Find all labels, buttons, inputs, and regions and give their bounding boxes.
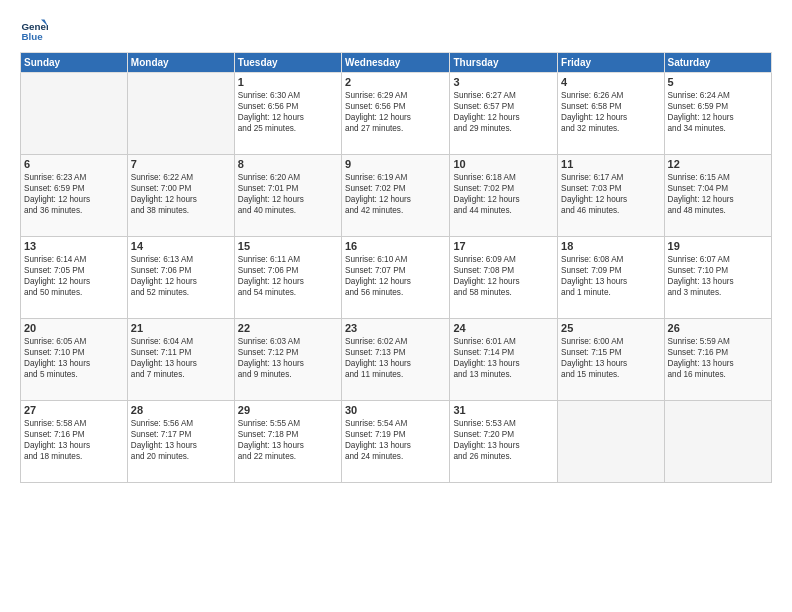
day-info: Sunrise: 6:05 AM Sunset: 7:10 PM Dayligh… — [24, 336, 124, 380]
day-number: 29 — [238, 404, 338, 416]
calendar-cell — [21, 73, 128, 155]
day-number: 1 — [238, 76, 338, 88]
calendar-cell: 21Sunrise: 6:04 AM Sunset: 7:11 PM Dayli… — [127, 319, 234, 401]
day-info: Sunrise: 6:02 AM Sunset: 7:13 PM Dayligh… — [345, 336, 447, 380]
calendar-cell: 27Sunrise: 5:58 AM Sunset: 7:16 PM Dayli… — [21, 401, 128, 483]
calendar-cell: 28Sunrise: 5:56 AM Sunset: 7:17 PM Dayli… — [127, 401, 234, 483]
calendar-cell: 6Sunrise: 6:23 AM Sunset: 6:59 PM Daylig… — [21, 155, 128, 237]
day-header-friday: Friday — [558, 53, 664, 73]
day-info: Sunrise: 6:24 AM Sunset: 6:59 PM Dayligh… — [668, 90, 768, 134]
day-info: Sunrise: 6:20 AM Sunset: 7:01 PM Dayligh… — [238, 172, 338, 216]
day-info: Sunrise: 6:19 AM Sunset: 7:02 PM Dayligh… — [345, 172, 447, 216]
day-number: 15 — [238, 240, 338, 252]
calendar-cell — [127, 73, 234, 155]
calendar-cell: 12Sunrise: 6:15 AM Sunset: 7:04 PM Dayli… — [664, 155, 771, 237]
day-info: Sunrise: 6:03 AM Sunset: 7:12 PM Dayligh… — [238, 336, 338, 380]
day-number: 23 — [345, 322, 447, 334]
day-number: 19 — [668, 240, 768, 252]
calendar-cell: 31Sunrise: 5:53 AM Sunset: 7:20 PM Dayli… — [450, 401, 558, 483]
calendar-cell: 7Sunrise: 6:22 AM Sunset: 7:00 PM Daylig… — [127, 155, 234, 237]
day-number: 18 — [561, 240, 660, 252]
day-info: Sunrise: 6:07 AM Sunset: 7:10 PM Dayligh… — [668, 254, 768, 298]
calendar-cell: 20Sunrise: 6:05 AM Sunset: 7:10 PM Dayli… — [21, 319, 128, 401]
calendar-cell: 2Sunrise: 6:29 AM Sunset: 6:56 PM Daylig… — [341, 73, 450, 155]
page: General Blue SundayMondayTuesdayWednesda… — [0, 0, 792, 612]
calendar-cell: 25Sunrise: 6:00 AM Sunset: 7:15 PM Dayli… — [558, 319, 664, 401]
day-number: 6 — [24, 158, 124, 170]
day-info: Sunrise: 5:59 AM Sunset: 7:16 PM Dayligh… — [668, 336, 768, 380]
calendar-cell: 17Sunrise: 6:09 AM Sunset: 7:08 PM Dayli… — [450, 237, 558, 319]
day-info: Sunrise: 5:53 AM Sunset: 7:20 PM Dayligh… — [453, 418, 554, 462]
day-number: 22 — [238, 322, 338, 334]
calendar-cell: 3Sunrise: 6:27 AM Sunset: 6:57 PM Daylig… — [450, 73, 558, 155]
day-number: 3 — [453, 76, 554, 88]
day-info: Sunrise: 6:23 AM Sunset: 6:59 PM Dayligh… — [24, 172, 124, 216]
calendar-cell: 8Sunrise: 6:20 AM Sunset: 7:01 PM Daylig… — [234, 155, 341, 237]
calendar-week-3: 13Sunrise: 6:14 AM Sunset: 7:05 PM Dayli… — [21, 237, 772, 319]
day-number: 14 — [131, 240, 231, 252]
logo: General Blue — [20, 16, 52, 44]
day-header-wednesday: Wednesday — [341, 53, 450, 73]
day-info: Sunrise: 6:04 AM Sunset: 7:11 PM Dayligh… — [131, 336, 231, 380]
day-number: 30 — [345, 404, 447, 416]
day-info: Sunrise: 6:17 AM Sunset: 7:03 PM Dayligh… — [561, 172, 660, 216]
day-info: Sunrise: 6:11 AM Sunset: 7:06 PM Dayligh… — [238, 254, 338, 298]
day-number: 13 — [24, 240, 124, 252]
day-number: 25 — [561, 322, 660, 334]
day-info: Sunrise: 6:30 AM Sunset: 6:56 PM Dayligh… — [238, 90, 338, 134]
day-info: Sunrise: 6:22 AM Sunset: 7:00 PM Dayligh… — [131, 172, 231, 216]
day-header-monday: Monday — [127, 53, 234, 73]
day-number: 21 — [131, 322, 231, 334]
day-number: 27 — [24, 404, 124, 416]
calendar-week-2: 6Sunrise: 6:23 AM Sunset: 6:59 PM Daylig… — [21, 155, 772, 237]
day-info: Sunrise: 5:56 AM Sunset: 7:17 PM Dayligh… — [131, 418, 231, 462]
day-info: Sunrise: 6:09 AM Sunset: 7:08 PM Dayligh… — [453, 254, 554, 298]
day-info: Sunrise: 6:15 AM Sunset: 7:04 PM Dayligh… — [668, 172, 768, 216]
day-number: 31 — [453, 404, 554, 416]
day-number: 8 — [238, 158, 338, 170]
day-info: Sunrise: 6:08 AM Sunset: 7:09 PM Dayligh… — [561, 254, 660, 298]
calendar-cell: 15Sunrise: 6:11 AM Sunset: 7:06 PM Dayli… — [234, 237, 341, 319]
calendar-cell: 24Sunrise: 6:01 AM Sunset: 7:14 PM Dayli… — [450, 319, 558, 401]
day-info: Sunrise: 6:18 AM Sunset: 7:02 PM Dayligh… — [453, 172, 554, 216]
day-number: 26 — [668, 322, 768, 334]
calendar-cell: 5Sunrise: 6:24 AM Sunset: 6:59 PM Daylig… — [664, 73, 771, 155]
day-info: Sunrise: 6:10 AM Sunset: 7:07 PM Dayligh… — [345, 254, 447, 298]
calendar-cell: 30Sunrise: 5:54 AM Sunset: 7:19 PM Dayli… — [341, 401, 450, 483]
calendar-cell: 22Sunrise: 6:03 AM Sunset: 7:12 PM Dayli… — [234, 319, 341, 401]
calendar-cell: 1Sunrise: 6:30 AM Sunset: 6:56 PM Daylig… — [234, 73, 341, 155]
day-number: 10 — [453, 158, 554, 170]
day-info: Sunrise: 6:00 AM Sunset: 7:15 PM Dayligh… — [561, 336, 660, 380]
day-header-sunday: Sunday — [21, 53, 128, 73]
calendar-cell: 23Sunrise: 6:02 AM Sunset: 7:13 PM Dayli… — [341, 319, 450, 401]
day-info: Sunrise: 6:29 AM Sunset: 6:56 PM Dayligh… — [345, 90, 447, 134]
calendar-cell: 14Sunrise: 6:13 AM Sunset: 7:06 PM Dayli… — [127, 237, 234, 319]
calendar-cell — [558, 401, 664, 483]
calendar-cell — [664, 401, 771, 483]
day-info: Sunrise: 5:58 AM Sunset: 7:16 PM Dayligh… — [24, 418, 124, 462]
day-info: Sunrise: 6:01 AM Sunset: 7:14 PM Dayligh… — [453, 336, 554, 380]
header: General Blue — [20, 16, 772, 44]
day-number: 24 — [453, 322, 554, 334]
day-number: 16 — [345, 240, 447, 252]
day-number: 2 — [345, 76, 447, 88]
day-number: 12 — [668, 158, 768, 170]
day-number: 4 — [561, 76, 660, 88]
logo-icon: General Blue — [20, 16, 48, 44]
calendar-week-5: 27Sunrise: 5:58 AM Sunset: 7:16 PM Dayli… — [21, 401, 772, 483]
day-number: 28 — [131, 404, 231, 416]
day-info: Sunrise: 6:14 AM Sunset: 7:05 PM Dayligh… — [24, 254, 124, 298]
day-number: 9 — [345, 158, 447, 170]
calendar-cell: 19Sunrise: 6:07 AM Sunset: 7:10 PM Dayli… — [664, 237, 771, 319]
calendar-cell: 9Sunrise: 6:19 AM Sunset: 7:02 PM Daylig… — [341, 155, 450, 237]
calendar-cell: 4Sunrise: 6:26 AM Sunset: 6:58 PM Daylig… — [558, 73, 664, 155]
day-info: Sunrise: 5:54 AM Sunset: 7:19 PM Dayligh… — [345, 418, 447, 462]
day-info: Sunrise: 6:26 AM Sunset: 6:58 PM Dayligh… — [561, 90, 660, 134]
svg-text:Blue: Blue — [21, 31, 43, 42]
calendar-cell: 26Sunrise: 5:59 AM Sunset: 7:16 PM Dayli… — [664, 319, 771, 401]
day-header-thursday: Thursday — [450, 53, 558, 73]
calendar-cell: 29Sunrise: 5:55 AM Sunset: 7:18 PM Dayli… — [234, 401, 341, 483]
day-number: 11 — [561, 158, 660, 170]
day-number: 5 — [668, 76, 768, 88]
calendar-table: SundayMondayTuesdayWednesdayThursdayFrid… — [20, 52, 772, 483]
